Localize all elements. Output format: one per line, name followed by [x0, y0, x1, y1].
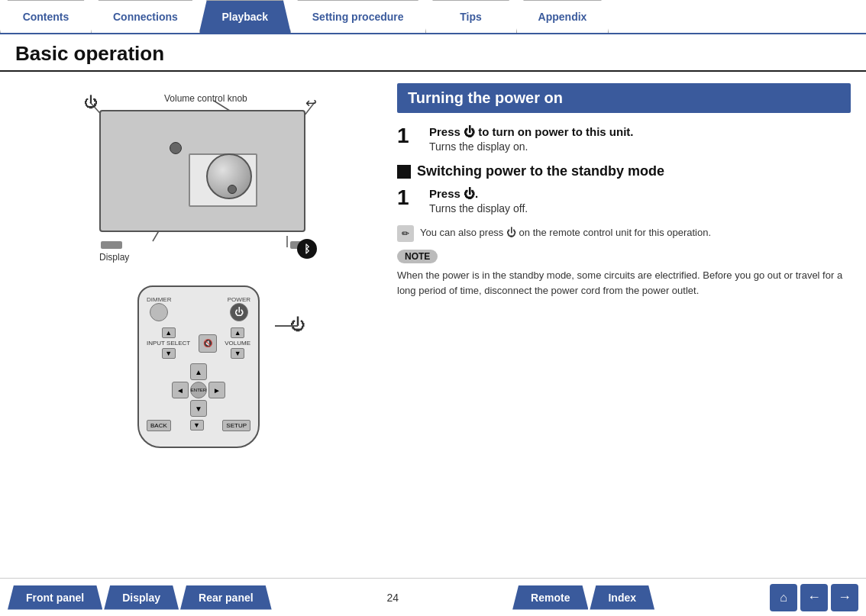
home-button[interactable]: ⌂ [770, 584, 797, 611]
remote-setup-btn[interactable]: SETUP [222, 420, 250, 431]
tab-setting-procedure[interactable]: Setting procedure [290, 0, 426, 33]
remote-dpad-up[interactable]: ▲ [190, 363, 207, 380]
remote-input-section: ▲ INPUT SELECT ▼ [147, 327, 190, 359]
input-icon-topright: ↩ [305, 95, 317, 111]
black-square-icon [397, 165, 411, 179]
label-display: Display [99, 252, 129, 263]
bottom-tab-front-panel[interactable]: Front panel [8, 585, 102, 610]
remote-power-label: POWER [228, 296, 250, 303]
tab-contents[interactable]: Contents [0, 0, 92, 33]
remote-volume-section: ▲ VOLUME ▼ [225, 327, 250, 359]
bottom-navigation: Front panel Display Rear panel 24 Remote… [0, 578, 866, 616]
remote-volume-label: VOLUME [225, 340, 250, 347]
note-text: When the power is in the standby mode, s… [397, 268, 851, 298]
tab-appendix[interactable]: Appendix [516, 0, 609, 33]
tab-playback[interactable]: Playback [199, 0, 291, 33]
remote-power-btn[interactable]: ⏻ [230, 303, 248, 321]
tab-connections[interactable]: Connections [91, 0, 200, 33]
small-button-br [228, 185, 237, 194]
remote-input-label: INPUT SELECT [147, 340, 190, 347]
remote-volume-up[interactable]: ▲ [231, 327, 244, 338]
bottom-nav-left: Front panel Display Rear panel [8, 585, 273, 610]
top-navigation: Contents Connections Playback Setting pr… [0, 0, 866, 34]
page-title: Basic operation [15, 42, 851, 66]
remote-dpad-left[interactable]: ◄ [172, 382, 189, 398]
remote-dpad-enter[interactable]: ENTER [190, 382, 207, 398]
remote-dimmer-btn[interactable] [150, 303, 168, 321]
remote-mute-btn[interactable]: 🔇 [199, 334, 217, 353]
remote-extra-down[interactable]: ▼ [190, 420, 204, 431]
step1-subtitle: Turns the display on. [429, 140, 851, 153]
step2-text: Press ⏻. Turns the display off. [429, 187, 851, 214]
remote-back-btn[interactable]: BACK [147, 420, 171, 431]
back-button[interactable]: ← [800, 584, 828, 611]
bottom-center: 24 [387, 592, 399, 604]
bottom-tab-display[interactable]: Display [104, 585, 179, 610]
remote-dimmer-label: DIMMER [147, 296, 171, 303]
step2-number: 1 [397, 187, 422, 208]
remote-wrapper: DIMMER POWER ⏻ ▲ INPUT SELECT ▼ [122, 285, 275, 448]
step2-title: Press ⏻. [429, 187, 851, 200]
device-diagram: ⏻ ↩ Volume control knob Display ᛒ [38, 87, 359, 270]
remote-top-row: DIMMER POWER ⏻ [147, 296, 250, 321]
bottom-tab-rear-panel[interactable]: Rear panel [180, 585, 272, 610]
sub-section-header: Switching power to the standby mode [397, 163, 851, 179]
remote-input-down[interactable]: ▼ [162, 348, 176, 359]
step1-text: Press ⏻ to turn on power to this unit. T… [429, 125, 851, 153]
page-title-bar: Basic operation [0, 34, 866, 72]
step1-title: Press ⏻ to turn on power to this unit. [429, 125, 851, 138]
tab-tips[interactable]: Tips [425, 0, 517, 33]
forward-button[interactable]: → [831, 584, 858, 611]
step2-subtitle: Turns the display off. [429, 202, 851, 214]
remote-dpad-right[interactable]: ► [208, 382, 225, 398]
remote-bottom-row: BACK ▼ SETUP [147, 420, 250, 431]
label-volume: Volume control knob [164, 93, 247, 104]
device-body [99, 110, 305, 232]
bottom-tab-remote[interactable]: Remote [512, 585, 588, 610]
small-button-tl [170, 142, 182, 154]
left-panel: ⏻ ↩ Volume control knob Display ᛒ [15, 79, 382, 560]
bottom-nav-right-tabs: Remote Index [512, 585, 656, 610]
step2-block: 1 Press ⏻. Turns the display off. [397, 187, 851, 214]
power-icon-topleft: ⏻ [84, 95, 98, 111]
bottom-right-icons: ⌂ ← → [770, 584, 858, 611]
note-block: NOTE When the power is in the standby mo… [397, 250, 851, 298]
bottom-tab-index[interactable]: Index [590, 585, 654, 610]
right-panel: Turning the power on 1 Press ⏻ to turn o… [397, 79, 851, 560]
pencil-icon: ✏ [397, 225, 414, 242]
step1-block: 1 Press ⏻ to turn on power to this unit.… [397, 125, 851, 153]
main-content: ⏻ ↩ Volume control knob Display ᛒ [0, 72, 866, 568]
bluetooth-icon: ᛒ [297, 239, 317, 259]
device-feet [101, 241, 312, 249]
step1-number: 1 [397, 125, 422, 147]
device-foot-left [101, 241, 122, 249]
sub-section-title: Switching power to the standby mode [417, 163, 664, 179]
page-number: 24 [387, 592, 399, 604]
pencil-note: ✏ You can also press ⏻ on the remote con… [397, 225, 851, 242]
remote-dpad: ▲ ◄ ENTER ► ▼ [147, 363, 250, 417]
pencil-text: You can also press ⏻ on the remote contr… [420, 225, 711, 240]
section-header: Turning the power on [397, 83, 851, 113]
remote-dpad-down[interactable]: ▼ [190, 400, 207, 417]
note-badge: NOTE [397, 250, 438, 263]
remote-power-arrow-line [275, 325, 298, 327]
remote-input-up[interactable]: ▲ [162, 327, 176, 338]
remote-volume-down[interactable]: ▼ [231, 348, 244, 359]
remote-body: DIMMER POWER ⏻ ▲ INPUT SELECT ▼ [137, 285, 260, 448]
